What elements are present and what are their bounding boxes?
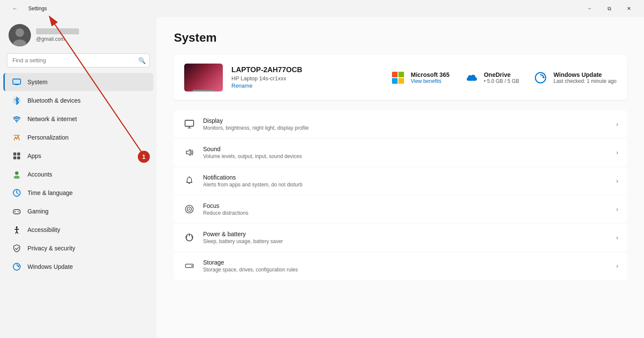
sidebar-item-bluetooth[interactable]: Bluetooth & devices — [3, 91, 153, 110]
device-services: Microsoft 365 View benefits OneDrive • 5… — [390, 70, 617, 85]
sidebar-item-personalization[interactable]: Personalization — [3, 128, 153, 146]
sound-text: Sound Volume levels, output, input, soun… — [203, 146, 609, 159]
sidebar-item-gaming[interactable]: Gaming — [3, 202, 153, 220]
sidebar-item-accounts[interactable]: Accounts — [3, 165, 153, 183]
sidebar-nav: System Bluetooth & devices — [0, 73, 157, 276]
windowsupdate-text: Windows Update Last checked: 1 minute ag… — [553, 71, 617, 84]
window-controls: − ⧉ ✕ — [580, 2, 639, 15]
svg-rect-10 — [13, 152, 16, 155]
svg-point-8 — [16, 121, 18, 122]
search-input[interactable] — [7, 53, 150, 67]
sidebar-item-system-label: System — [27, 79, 48, 85]
focus-desc: Reduce distractions — [203, 210, 609, 216]
settings-list: Display Monitors, brightness, night ligh… — [174, 110, 627, 280]
minimize-button[interactable]: − — [580, 2, 599, 15]
settings-item-storage[interactable]: Storage Storage space, drives, configura… — [174, 252, 627, 280]
device-thumbnail — [184, 64, 223, 91]
power-desc: Sleep, battery usage, battery saver — [203, 238, 609, 244]
accounts-icon — [12, 170, 21, 179]
sidebar-item-gaming-label: Gaming — [27, 208, 49, 215]
avatar — [9, 24, 31, 46]
page-title: System — [174, 31, 627, 45]
sidebar-item-winupdate[interactable]: Windows Update — [3, 258, 153, 276]
accessibility-icon — [12, 225, 21, 234]
focus-title: Focus — [203, 202, 609, 209]
settings-item-sound[interactable]: Sound Volume levels, output, input, soun… — [174, 139, 627, 166]
sidebar-item-personalization-label: Personalization — [27, 134, 69, 141]
display-icon — [182, 117, 196, 131]
service-microsoft365[interactable]: Microsoft 365 View benefits — [390, 70, 450, 85]
sidebar-item-time-label: Time & language — [27, 189, 73, 196]
profile-section[interactable]: @gmail.com — [0, 19, 157, 53]
onedrive-text: OneDrive • 5.0 GB / 5 GB — [484, 71, 519, 84]
device-model: HP Laptop 14s-cr1xxx — [231, 75, 302, 82]
focus-icon — [182, 202, 196, 216]
sidebar-item-privacy-label: Privacy & security — [27, 245, 75, 252]
notifications-chevron: › — [616, 177, 618, 184]
sound-desc: Volume levels, output, input, sound devi… — [203, 153, 609, 159]
privacy-icon — [12, 244, 21, 253]
settings-item-power[interactable]: Power & battery Sleep, battery usage, ba… — [174, 224, 627, 251]
notifications-desc: Alerts from apps and system, do not dist… — [203, 182, 609, 188]
system-icon — [12, 77, 21, 87]
sound-chevron: › — [616, 149, 618, 156]
service-onedrive[interactable]: OneDrive • 5.0 GB / 5 GB — [463, 70, 519, 85]
profile-name-blur — [36, 28, 79, 34]
svg-point-1 — [15, 28, 24, 37]
sidebar-item-accessibility[interactable]: Accessibility — [3, 221, 153, 239]
back-button[interactable]: ← — [5, 2, 25, 15]
sidebar-item-apps[interactable]: Apps — [3, 147, 153, 165]
settings-item-focus[interactable]: Focus Reduce distractions › — [174, 195, 627, 223]
sound-icon — [182, 146, 196, 159]
device-info: LAPTOP-2AH77OCB HP Laptop 14s-cr1xxx Ren… — [184, 64, 302, 91]
app-title: Settings — [28, 6, 47, 12]
sidebar-item-system[interactable]: System — [3, 73, 153, 91]
focus-chevron: › — [616, 206, 618, 213]
notifications-title: Notifications — [203, 174, 609, 181]
storage-chevron: › — [616, 262, 618, 269]
sidebar-item-accessibility-label: Accessibility — [27, 226, 60, 233]
settings-item-notifications[interactable]: Notifications Alerts from apps and syste… — [174, 167, 627, 195]
sidebar-item-accounts-label: Accounts — [27, 171, 52, 178]
display-title: Display — [203, 117, 609, 124]
svg-point-45 — [191, 265, 193, 267]
svg-point-29 — [13, 263, 20, 270]
microsoft365-sub: View benefits — [411, 78, 450, 84]
svg-point-15 — [14, 176, 20, 179]
sidebar: @gmail.com 🔍 System — [0, 17, 157, 338]
power-chevron: › — [616, 234, 618, 241]
gaming-icon — [12, 207, 21, 216]
sidebar-item-apps-label: Apps — [27, 152, 41, 159]
svg-point-24 — [16, 226, 18, 228]
profile-email: @gmail.com — [36, 36, 79, 42]
sidebar-item-network[interactable]: Network & internet — [3, 110, 153, 128]
titlebar-left: ← Settings — [5, 2, 47, 15]
sidebar-item-bluetooth-label: Bluetooth & devices — [27, 97, 81, 104]
network-icon — [12, 114, 21, 124]
titlebar: ← Settings − ⧉ ✕ — [0, 0, 644, 17]
restore-button[interactable]: ⧉ — [599, 2, 619, 15]
apps-icon — [12, 151, 21, 161]
windowsupdate-sub: Last checked: 1 minute ago — [553, 78, 617, 84]
microsoft365-icon — [390, 70, 406, 85]
device-name: LAPTOP-2AH77OCB — [231, 66, 302, 74]
windowsupdate-title: Windows Update — [553, 71, 617, 78]
rename-link[interactable]: Rename — [231, 82, 252, 89]
sidebar-item-network-label: Network & internet — [27, 116, 77, 122]
svg-point-41 — [189, 209, 190, 210]
sidebar-item-privacy[interactable]: Privacy & security — [3, 239, 153, 257]
power-text: Power & battery Sleep, battery usage, ba… — [203, 231, 609, 244]
close-button[interactable]: ✕ — [619, 2, 639, 15]
storage-icon — [182, 259, 196, 273]
sidebar-item-time[interactable]: Time & language — [3, 184, 153, 202]
device-card: LAPTOP-2AH77OCB HP Laptop 14s-cr1xxx Ren… — [174, 55, 627, 100]
sound-title: Sound — [203, 146, 609, 152]
content-area: System LAPTOP-2AH77OCB HP Laptop 14s-cr1… — [157, 17, 644, 338]
storage-title: Storage — [203, 259, 609, 266]
notifications-text: Notifications Alerts from apps and syste… — [203, 174, 609, 188]
service-windowsupdate[interactable]: Windows Update Last checked: 1 minute ag… — [533, 70, 617, 85]
settings-item-display[interactable]: Display Monitors, brightness, night ligh… — [174, 110, 627, 138]
svg-rect-12 — [13, 156, 16, 159]
power-icon — [182, 231, 196, 244]
winupdate-icon — [12, 262, 21, 271]
